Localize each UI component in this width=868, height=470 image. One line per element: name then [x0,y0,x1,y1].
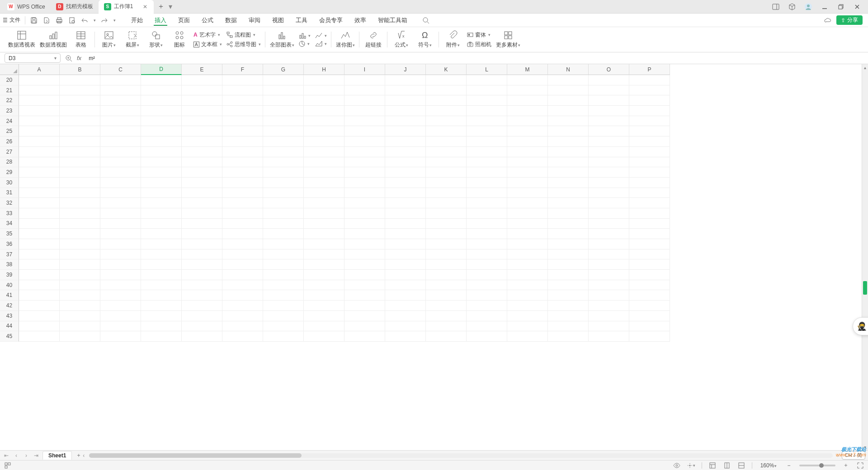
focus-icon[interactable]: ▾ [687,462,695,469]
panel-icon[interactable] [770,1,781,12]
horizontal-scrollbar[interactable]: ‹ › [89,453,832,458]
column-header[interactable]: P [629,64,670,75]
menu-tab-0[interactable]: 开始 [126,14,148,27]
more-assets-button[interactable]: 更多素材▾ [496,30,520,49]
equation-button[interactable]: x公式▾ [392,30,411,49]
row-header[interactable]: 34 [0,219,19,229]
cell-grid[interactable] [19,75,862,450]
eye-icon[interactable] [673,462,681,469]
row-header[interactable]: 26 [0,136,19,147]
ime-indicator[interactable]: CH ♪ 简 [842,451,866,460]
zoom-value[interactable]: 160%▾ [759,462,778,469]
app-tab-templates[interactable]: D 找稻壳模板 [51,0,99,14]
row-header[interactable]: 28 [0,157,19,168]
all-charts-button[interactable]: 全部图表▾ [270,30,294,49]
sheet-nav-next-icon[interactable]: › [23,452,30,459]
column-header[interactable]: K [426,64,467,75]
menu-tab-7[interactable]: 工具 [290,14,313,27]
scroll-up-icon[interactable]: ▴ [862,64,868,70]
pie-chart-button[interactable]: ▾ [299,41,311,47]
hscroll-left-icon[interactable]: ‹ [83,452,85,459]
view-page-icon[interactable] [723,462,731,469]
sheet-tab-active[interactable]: Sheet1 [42,451,72,460]
menu-tab-4[interactable]: 数据 [220,14,242,27]
column-chart-button[interactable]: ▾ [299,33,311,39]
camera-button[interactable]: 照相机 [467,41,491,48]
undo-icon[interactable] [80,16,89,24]
export-icon[interactable] [42,16,51,24]
column-header[interactable]: C [100,64,141,75]
file-menu[interactable]: ☰ 文件 [3,16,20,24]
mindmap-button[interactable]: 思维导图▾ [226,41,261,48]
assistant-float-button[interactable]: 🥷 [853,317,868,335]
row-header[interactable]: 30 [0,178,19,188]
app-tab-wps[interactable]: W WPS Office [2,0,51,14]
menu-tab-10[interactable]: 智能工具箱 [373,14,413,27]
table-button[interactable]: 表格 [71,30,90,49]
row-header[interactable]: 27 [0,147,19,157]
column-header[interactable]: D [141,64,182,75]
column-header[interactable]: I [344,64,385,75]
fx-icon[interactable]: fx [77,55,81,61]
zoom-out-icon[interactable]: − [785,462,793,469]
row-header[interactable]: 39 [0,270,19,280]
zoom-formula-icon[interactable] [65,55,72,62]
sheet-nav-prev-icon[interactable]: ‹ [13,452,20,459]
wordart-button[interactable]: A艺术字▾ [193,31,222,39]
name-box-dropdown-icon[interactable]: ▾ [54,56,57,61]
row-header[interactable]: 31 [0,188,19,198]
flowchart-button[interactable]: 流程图▾ [226,31,261,39]
column-header[interactable]: B [60,64,100,75]
row-header[interactable]: 29 [0,167,19,178]
row-header[interactable]: 25 [0,126,19,136]
row-header[interactable]: 36 [0,239,19,249]
attachment-button[interactable]: 附件▾ [443,30,462,49]
share-button[interactable]: ⇪ 分享 [836,15,863,25]
column-header[interactable]: E [182,64,222,75]
symbol-button[interactable]: Ω符号▾ [415,30,434,49]
column-header[interactable]: O [589,64,629,75]
menu-tab-3[interactable]: 公式 [196,14,219,27]
column-header[interactable]: N [548,64,589,75]
redo-icon[interactable] [100,16,108,24]
row-header[interactable]: 44 [0,321,19,332]
row-header[interactable]: 35 [0,229,19,239]
menu-tab-9[interactable]: 效率 [349,14,372,27]
new-tab-dropdown-icon[interactable]: ▾ [166,2,175,11]
row-header[interactable]: 23 [0,106,19,116]
formula-input[interactable]: m² [86,52,868,64]
row-header[interactable]: 38 [0,259,19,270]
area-chart-button[interactable]: ▾ [315,41,327,47]
menu-tab-1[interactable]: 插入 [149,14,172,27]
row-header[interactable]: 40 [0,280,19,291]
app-tab-document[interactable]: S 工作簿1 ✕ [99,0,154,14]
close-tab-icon[interactable]: ✕ [142,4,148,10]
iconlib-button[interactable]: 图标 [170,30,189,49]
minimize-icon[interactable] [819,1,830,12]
redo-dropdown-icon[interactable]: ▾ [113,18,116,23]
column-header[interactable]: M [507,64,548,75]
row-header[interactable]: 32 [0,198,19,208]
column-header[interactable]: A [19,64,60,75]
new-tab-button[interactable]: ＋ [156,2,166,11]
cloud-icon[interactable] [824,16,832,24]
column-header[interactable]: L [467,64,507,75]
save-icon[interactable] [30,16,38,24]
sheet-nav-last-icon[interactable]: ⇥ [33,452,40,459]
hscroll-thumb[interactable] [89,453,302,458]
line-chart-button[interactable]: ▾ [315,33,327,39]
shape-button[interactable]: 形状▾ [146,30,165,49]
row-header[interactable]: 33 [0,208,19,219]
pivot-table-button[interactable]: 数据透视表 [8,30,35,49]
sheet-nav-first-icon[interactable]: ⇤ [3,452,10,459]
undo-dropdown-icon[interactable]: ▾ [94,18,96,23]
close-window-icon[interactable] [852,1,863,12]
row-header[interactable]: 41 [0,290,19,301]
menu-tab-5[interactable]: 审阅 [243,14,266,27]
add-sheet-button[interactable]: ＋ [75,451,83,460]
status-mode-icon[interactable] [4,462,12,469]
screenshot-button[interactable]: 截屏▾ [123,30,142,49]
row-header[interactable]: 21 [0,85,19,96]
row-header[interactable]: 37 [0,249,19,260]
row-header[interactable]: 20 [0,75,19,85]
